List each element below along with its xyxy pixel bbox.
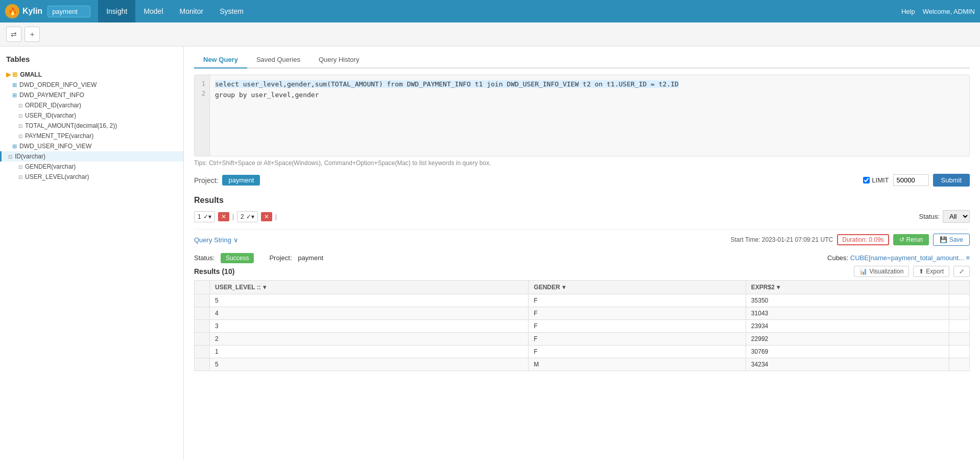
export-button[interactable]: ⬆ Export [913, 266, 949, 277]
table-icon: ⊞ [12, 82, 17, 88]
cubes-label: Cubes: [827, 254, 848, 262]
col-order-id[interactable]: ⊡ ORDER_ID(varchar) [0, 100, 183, 110]
tab-saved-queries[interactable]: Saved Queries [247, 52, 309, 68]
cell-expr2: 30769 [746, 346, 949, 358]
cell-user-level: 2 [210, 333, 529, 346]
start-time-text: Start Time: 2023-01-21 07:09:21 UTC [730, 236, 833, 243]
filter-dropdown-1[interactable]: 1 ✓▾ [194, 211, 215, 222]
db-name: GMALL [20, 71, 42, 78]
chevron-icon: ✓▾ [246, 213, 254, 220]
table-name-user: DWD_USER_INFO_VIEW [19, 143, 91, 150]
table-payment-info[interactable]: ⊞ DWD_PAYMENT_INFO [0, 90, 183, 100]
th-expr2[interactable]: EXPR$2 ▾ [746, 281, 949, 294]
query-tabs: New Query Saved Queries Query History [194, 52, 970, 68]
code-line-1: select user_level,gender,sum(TOTAL_AMOUN… [215, 80, 679, 88]
col-name: USER_ID(varchar) [25, 112, 76, 119]
help-link[interactable]: Help [901, 8, 915, 15]
cell-rownum [195, 358, 210, 371]
brand-name: Kylin [22, 7, 42, 16]
table-order-info-view[interactable]: ⊞ DWD_ORDER_INFO_VIEW [0, 80, 183, 90]
col-payment-tpe[interactable]: ⊡ PAYMENT_TPE(varchar) [0, 131, 183, 141]
limit-input[interactable] [893, 174, 929, 186]
cell-expr2: 23934 [746, 320, 949, 333]
nav-item-monitor[interactable]: Monitor [172, 0, 212, 22]
code-area[interactable]: select user_level,gender,sum(TOTAL_AMOUN… [210, 75, 969, 156]
limit-check: LIMIT [863, 176, 889, 184]
cell-extra [949, 333, 970, 346]
status-filter-select[interactable]: All [943, 210, 970, 223]
project-selector[interactable]: payment [47, 6, 90, 17]
cell-user-level: 4 [210, 307, 529, 320]
results-tbody: 5 F 35350 4 F 31043 3 F 23934 2 F 22992 … [195, 294, 970, 371]
col-user-id[interactable]: ⊡ USER_ID(varchar) [0, 110, 183, 121]
line-numbers: 1 2 [195, 75, 210, 156]
col-total-amount[interactable]: ⊡ TOTAL_AMOUNT(decimal(16, 2)) [0, 121, 183, 131]
th-extra [949, 281, 970, 294]
tab-new-query[interactable]: New Query [194, 52, 247, 68]
query-string-bar: Query String ∨ Start Time: 2023-01-21 07… [194, 229, 970, 250]
cell-extra [949, 307, 970, 320]
cell-gender: F [529, 307, 746, 320]
cell-rownum [195, 320, 210, 333]
cell-user-level: 5 [210, 294, 529, 307]
sidebar: Tables ▶ ⊞ GMALL ⊞ DWD_ORDER_INFO_VIEW ⊞… [0, 47, 184, 460]
cell-extra [949, 294, 970, 307]
table-name-payment: DWD_PAYMENT_INFO [19, 91, 84, 99]
expand-button[interactable]: ⤢ [953, 266, 970, 277]
submit-button[interactable]: Submit [933, 174, 970, 187]
status-row: Status: Success Project: payment Cubes: … [194, 250, 970, 266]
save-button[interactable]: 💾 Save [933, 234, 970, 246]
rerun-button[interactable]: ↺ Rerun [893, 234, 929, 245]
sort-icon: ▾ [263, 284, 266, 291]
db-group[interactable]: ▶ ⊞ GMALL [0, 68, 183, 80]
th-user-level[interactable]: USER_LEVEL :: ▾ [210, 281, 529, 294]
table-user-info-view[interactable]: ⊞ DWD_USER_INFO_VIEW [0, 141, 183, 151]
nav-item-system[interactable]: System [211, 0, 252, 22]
cell-gender: F [529, 333, 746, 346]
nav-items: Insight Model Monitor System [98, 0, 901, 22]
chart-icon: 📊 [859, 268, 867, 275]
column-icon: ⊡ [8, 154, 12, 159]
sub-toolbar: ⇄ + [0, 22, 980, 47]
cubes-value[interactable]: CUBE[name=payment_total_amount... [850, 254, 964, 262]
cell-extra [949, 358, 970, 371]
filter-dropdown-2[interactable]: 2 ✓▾ [237, 211, 258, 222]
list-icon[interactable]: ≡ [966, 254, 970, 262]
col-name: GENDER(varchar) [25, 163, 76, 170]
limit-checkbox[interactable] [863, 177, 870, 183]
project-group: Project: payment [269, 254, 323, 262]
table-row: 5 M 34234 [195, 358, 970, 371]
sidebar-title: Tables [0, 52, 183, 68]
cell-user-level: 1 [210, 346, 529, 358]
nav-item-model[interactable]: Model [135, 0, 171, 22]
th-rownum [195, 281, 210, 294]
results-section: Results 1 ✓▾ ✕ | 2 ✓▾ ✕ | Status: A [194, 196, 970, 371]
table-icon: ⊞ [12, 143, 17, 150]
cell-rownum [195, 333, 210, 346]
visualization-button[interactable]: 📊 Visualization [854, 266, 909, 277]
cell-gender: F [529, 320, 746, 333]
limit-label: LIMIT [872, 176, 889, 184]
results-table-header: Results (10) 📊 Visualization ⬆ Export ⤢ [194, 266, 970, 277]
th-gender[interactable]: GENDER ▾ [529, 281, 746, 294]
query-string-label[interactable]: Query String ∨ [194, 236, 238, 244]
nav-item-insight[interactable]: Insight [98, 0, 135, 22]
brand: 🔥 Kylin [5, 4, 42, 18]
table-icon: ⊞ [12, 92, 17, 99]
project-badge: payment [222, 175, 260, 186]
col-user-level[interactable]: ⊡ USER_LEVEL(varchar) [0, 172, 183, 182]
project-label: Project: [269, 254, 292, 262]
share-button[interactable]: ⇄ [6, 27, 21, 42]
query-editor[interactable]: 1 2 select user_level,gender,sum(TOTAL_A… [194, 75, 970, 156]
add-button[interactable]: + [25, 27, 40, 42]
filter-remove-2[interactable]: ✕ [261, 212, 272, 221]
cubes-group: Cubes: CUBE[name=payment_total_amount...… [827, 254, 970, 262]
filter-remove-1[interactable]: ✕ [218, 212, 229, 221]
tab-query-history[interactable]: Query History [309, 52, 368, 68]
welcome-text[interactable]: Welcome, ADMIN [923, 8, 975, 15]
col-name: PAYMENT_TPE(varchar) [25, 132, 93, 140]
col-gender[interactable]: ⊡ GENDER(varchar) [0, 162, 183, 172]
status-group: Status: Success [194, 254, 254, 262]
col-id[interactable]: ⊡ ID(varchar) [0, 151, 183, 162]
cell-rownum [195, 307, 210, 320]
